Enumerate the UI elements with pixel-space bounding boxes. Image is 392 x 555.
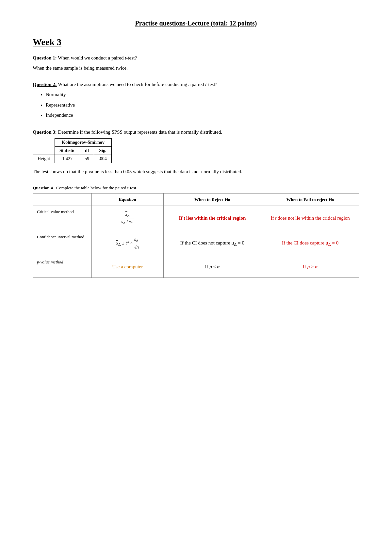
ks-val-sig: .004 [94,155,112,163]
ks-table: Kolmogorov-Smirnov Statistic df Sig. Hei… [33,138,112,163]
q4-row-pvalue: p-value method Use a computer If p < α I… [33,256,359,278]
q4-row-critical-label: Critical value method [33,206,92,231]
q4-row-ci-label: Confidence interval method [33,231,92,256]
q4-row-critical-fail: If t does not lie within the critical re… [261,206,359,231]
q4-col-equation: Equation [91,193,163,206]
q4-row-ci: Confidence interval method xΔ ± t* × sΔ … [33,231,359,256]
bullet-representative: Representative [46,101,359,109]
question-3-label: Question 3: [33,129,57,135]
ks-col-sig: Sig. [94,146,112,155]
week-heading: Week 3 [33,37,359,47]
ks-row-label: Height [33,155,55,163]
question-2-label: Question 2: [33,82,57,87]
q4-row-ci-reject: If the CI does not capture μΔ = 0 [163,231,261,256]
q4-col-reject: When to Reject H₀ [163,193,261,206]
question-4-prompt: Complete the table below for the paired … [56,185,137,190]
question-2-bullets: Normality Representative Independence [46,91,359,120]
question-4-label: Question 4 [33,185,53,190]
ks-col-statistic: Statistic [55,146,80,155]
question-1-answer: When the same sample is being measured t… [33,64,359,72]
bullet-independence: Independence [46,111,359,120]
q4-row-pvalue-fail: If p > α [261,256,359,278]
question-3-answer: The test shows up that the p value is le… [33,168,359,176]
bullet-normality: Normality [46,91,359,99]
q4-row-pvalue-equation: Use a computer [91,256,163,278]
q4-row-critical: Critical value method xΔ sΔ / √n If t li… [33,206,359,231]
q4-row-critical-equation: xΔ sΔ / √n [91,206,163,231]
q4-row-pvalue-label: p-value method [33,256,92,278]
q4-row-critical-reject: If t lies within the critical region [163,206,261,231]
q4-table: Equation When to Reject H₀ When to Fail … [33,193,359,278]
question-1-prompt: When would we conduct a paired t-test? [57,55,137,60]
question-1-block: Question 1: When would we conduct a pair… [33,55,359,72]
ks-val-df: 59 [80,155,94,163]
question-3-prompt: Determine if the following SPSS output r… [57,129,222,135]
q4-row-pvalue-reject: If p < α [163,256,261,278]
ks-col-df: df [80,146,94,155]
question-4-block: Question 4 Complete the table below for … [33,185,359,278]
q4-col-fail-reject: When to Fail to reject H₀ [261,193,359,206]
question-1-label: Question 1: [33,55,57,60]
question-2-block: Question 2: What are the assumptions we … [33,82,359,120]
question-3-block: Question 3: Determine if the following S… [33,129,359,176]
q4-row-ci-equation: xΔ ± t* × sΔ √n [91,231,163,256]
question-2-prompt: What are the assumptions we need to chec… [57,82,217,87]
ks-header-main: Kolmogorov-Smirnov [55,138,112,146]
page-title: Practise questions-Lecture (total: 12 po… [33,20,359,27]
ks-val-statistic: 1.427 [55,155,80,163]
q4-row-ci-fail: If the CI does capture μΔ = 0 [261,231,359,256]
